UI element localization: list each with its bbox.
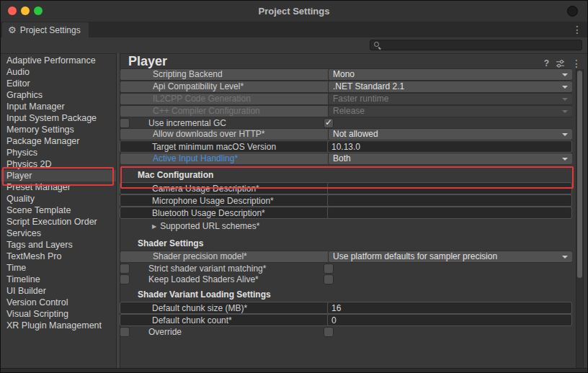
settings-row: Shader Settings — [120, 236, 572, 251]
titlebar: Project Settings — [1, 1, 587, 22]
checkbox[interactable] — [324, 327, 334, 337]
search-input[interactable] — [381, 40, 582, 50]
setting-control — [327, 182, 572, 194]
sidebar-item-services[interactable]: Services — [1, 228, 116, 239]
foldout-label-text: Supported URL schemes* — [160, 221, 259, 231]
scrollbar-track[interactable] — [576, 69, 584, 369]
sidebar-item-timeline[interactable]: Timeline — [1, 274, 116, 285]
foldout-header[interactable]: ▶Supported URL schemes* — [120, 221, 323, 231]
setting-control: Use platform defaults for sampler precis… — [328, 251, 572, 263]
text-field[interactable] — [327, 207, 572, 219]
sidebar-item-xr-plugin-management[interactable]: XR Plugin Management — [1, 320, 116, 331]
sidebar-list: Adaptive PerformanceAudioEditorGraphicsI… — [1, 55, 116, 331]
section-header: Shader Variant Loading Settings — [120, 289, 422, 300]
dropdown[interactable]: Both — [328, 153, 572, 165]
setting-label: Scripting Backend — [125, 69, 328, 80]
text-field[interactable] — [327, 182, 572, 194]
sidebar-item-scene-template[interactable]: Scene Template — [1, 205, 116, 216]
settings-row: Camera Usage Description* — [120, 182, 572, 194]
dropdown: Faster runtime — [328, 93, 572, 105]
setting-label: Default chunk count* — [124, 315, 327, 325]
sidebar-item-visual-scripting[interactable]: Visual Scripting — [1, 308, 116, 320]
sidebar-item-version-control[interactable]: Version Control — [1, 297, 116, 308]
setting-control: Faster runtime — [328, 93, 572, 105]
dropdown-value: Release — [333, 106, 559, 117]
help-icon[interactable]: ? — [544, 58, 549, 68]
chevron-down-icon — [562, 133, 568, 136]
search-icon — [373, 41, 381, 49]
dropdown[interactable]: Mono — [328, 68, 572, 81]
window-title: Project Settings — [1, 1, 587, 22]
sidebar-item-package-manager[interactable]: Package Manager — [1, 135, 116, 147]
chevron-down-icon — [562, 73, 568, 76]
project-settings-window: Project Settings ⚙ Project Settings ⋮ Ad… — [0, 0, 588, 373]
setting-control — [327, 302, 572, 314]
settings-row: Active Input Handling*Both — [120, 153, 572, 165]
dropdown-value: Faster runtime — [333, 94, 559, 104]
settings-row: C++ Compiler ConfigurationRelease — [120, 105, 572, 117]
gear-icon: ⚙ — [8, 22, 17, 37]
tab-label: Project Settings — [20, 25, 81, 35]
settings-row: Keep Loaded Shaders Alive* — [120, 274, 130, 284]
settings-row: Bluetooth Usage Description* — [120, 207, 572, 219]
checkbox[interactable] — [324, 264, 334, 274]
text-field[interactable] — [327, 302, 572, 314]
sidebar-item-textmesh-pro[interactable]: TextMesh Pro — [1, 251, 116, 262]
section-header: Shader Settings — [120, 238, 422, 248]
setting-control — [324, 326, 569, 338]
kebab-menu-icon[interactable]: ⋮ — [571, 58, 582, 69]
foldout-triangle-icon: ▶ — [152, 223, 156, 230]
setting-label: Strict shader variant matching* — [120, 264, 324, 274]
titlebar-status-icon — [567, 6, 578, 17]
setting-label: Camera Usage Description* — [124, 184, 327, 194]
sidebar-item-quality[interactable]: Quality — [1, 193, 116, 205]
text-field[interactable] — [327, 194, 572, 207]
sidebar-item-editor[interactable]: Editor — [1, 78, 116, 89]
sidebar-item-adaptive-performance[interactable]: Adaptive Performance — [1, 55, 116, 66]
dropdown: Release — [328, 105, 572, 117]
checkbox[interactable] — [324, 274, 334, 284]
text-field[interactable] — [327, 140, 572, 153]
sidebar-item-audio[interactable]: Audio — [1, 66, 116, 78]
sidebar-item-physics-2d[interactable]: Physics 2D — [1, 158, 116, 170]
setting-control: ✓ — [324, 117, 569, 130]
sidebar-item-input-manager[interactable]: Input Manager — [1, 101, 116, 112]
settings-row: Override — [120, 327, 130, 337]
main-panel: Player Scripting BackendMonoApi Compatib… — [120, 53, 572, 371]
sidebar: Adaptive PerformanceAudioEditorGraphicsI… — [1, 53, 116, 369]
sidebar-item-physics[interactable]: Physics — [1, 147, 116, 158]
setting-label: Microphone Usage Description* — [124, 196, 327, 206]
page-title: Player — [128, 54, 167, 69]
setting-label: Use incremental GC — [120, 118, 324, 128]
dropdown[interactable]: Not allowed — [328, 128, 572, 140]
scrollbar-thumb[interactable] — [577, 71, 582, 278]
settings-row: Default chunk size (MB)* — [120, 302, 572, 314]
dropdown[interactable]: Use platform defaults for sampler precis… — [328, 251, 572, 263]
setting-control — [327, 314, 572, 326]
sidebar-item-preset-manager[interactable]: Preset Manager — [1, 181, 116, 193]
sidebar-item-tags-and-layers[interactable]: Tags and Layers — [1, 239, 116, 251]
sidebar-item-script-execution-order[interactable]: Script Execution Order — [1, 216, 116, 228]
text-field[interactable] — [327, 314, 572, 326]
tab-project-settings[interactable]: ⚙ Project Settings — [2, 22, 89, 37]
setting-label: Allow downloads over HTTP* — [125, 129, 328, 140]
settings-row: Mac Configuration — [120, 168, 572, 182]
tab-overflow-menu-icon[interactable]: ⋮ — [572, 23, 582, 36]
setting-control: .NET Standard 2.1 — [328, 81, 572, 93]
checkbox[interactable]: ✓ — [324, 118, 334, 128]
settings-row: Shader Variant Loading Settings — [120, 287, 572, 302]
chevron-down-icon — [562, 98, 568, 101]
panel-header-icons: ? ⋮ — [544, 58, 582, 69]
sidebar-item-player[interactable]: Player — [1, 170, 116, 181]
setting-control: Release — [328, 105, 572, 117]
toolbar — [1, 37, 587, 54]
sidebar-item-memory-settings[interactable]: Memory Settings — [1, 124, 116, 135]
sidebar-item-input-system-package[interactable]: Input System Package — [1, 112, 116, 124]
dropdown[interactable]: .NET Standard 2.1 — [328, 81, 572, 93]
sidebar-item-ui-builder[interactable]: UI Builder — [1, 285, 116, 297]
preset-icon[interactable] — [556, 59, 565, 68]
tab-bar: ⚙ Project Settings ⋮ — [1, 22, 587, 37]
sidebar-item-graphics[interactable]: Graphics — [1, 89, 116, 101]
setting-label: Bluetooth Usage Description* — [124, 208, 327, 218]
sidebar-item-time[interactable]: Time — [1, 262, 116, 274]
